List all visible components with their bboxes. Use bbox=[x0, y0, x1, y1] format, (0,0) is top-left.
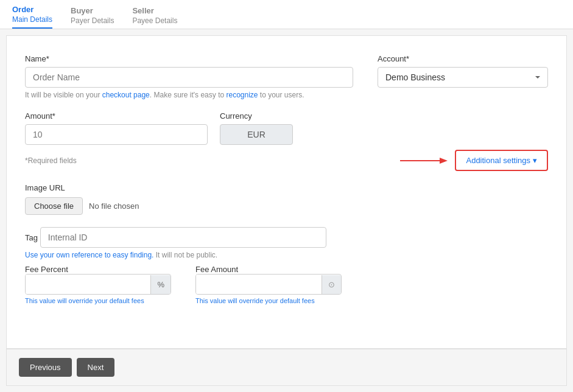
required-note: *Required fields bbox=[25, 156, 77, 165]
fee-amount-input[interactable] bbox=[196, 275, 322, 294]
tab-order-label: Order bbox=[12, 0, 52, 15]
amount-input[interactable] bbox=[25, 124, 208, 145]
tab-buyer-label: Buyer bbox=[71, 1, 114, 16]
account-label: Account* bbox=[378, 54, 548, 63]
chevron-down-icon: ▾ bbox=[533, 156, 537, 165]
main-content: Name* It will be visible on your checkou… bbox=[6, 35, 567, 349]
name-group: Name* It will be visible on your checkou… bbox=[25, 54, 353, 99]
required-fields-row: *Required fields Additional settings ▾ bbox=[25, 150, 548, 171]
fee-percent-input[interactable] bbox=[26, 275, 150, 294]
account-group: Account* Demo Business bbox=[378, 54, 548, 99]
previous-button[interactable]: Previous bbox=[19, 358, 72, 377]
fee-amount-hint-link[interactable]: This value will override your default fe… bbox=[195, 297, 315, 304]
fee-percent-group: Fee Percent % This value will override y… bbox=[25, 264, 171, 304]
currency-label: Currency bbox=[220, 111, 293, 121]
fee-row: Fee Percent % This value will override y… bbox=[25, 264, 548, 304]
fee-amount-suffix: ⊙ bbox=[322, 275, 341, 294]
fee-percent-label: Fee Percent bbox=[25, 265, 68, 274]
bottom-bar: Previous Next bbox=[6, 349, 567, 386]
tag-input[interactable] bbox=[40, 227, 326, 248]
tag-hint-link[interactable]: Use your own reference to easy finding. bbox=[25, 251, 153, 259]
tab-seller[interactable]: Seller Payee Details bbox=[132, 1, 177, 29]
tab-seller-label: Seller bbox=[132, 1, 177, 16]
tab-buyer-sub: Payer Details bbox=[71, 16, 114, 29]
amount-label: Amount* bbox=[25, 111, 208, 121]
amount-group: Amount* bbox=[25, 111, 208, 145]
tab-order[interactable]: Order Main Details bbox=[12, 0, 52, 29]
currency-group: Currency EUR bbox=[220, 111, 293, 145]
image-url-label: Image URL bbox=[25, 183, 548, 192]
additional-settings-container: Additional settings ▾ bbox=[400, 150, 548, 171]
tab-buyer[interactable]: Buyer Payer Details bbox=[71, 1, 114, 29]
fee-percent-hint-link[interactable]: This value will override your default fe… bbox=[25, 297, 144, 304]
recognize-link[interactable]: recognize bbox=[226, 91, 258, 99]
fee-amount-label: Fee Amount bbox=[195, 265, 238, 274]
additional-settings-button[interactable]: Additional settings ▾ bbox=[455, 150, 548, 171]
fee-percent-suffix: % bbox=[150, 275, 170, 294]
svg-marker-1 bbox=[440, 158, 448, 164]
tag-hint: Use your own reference to easy finding. … bbox=[25, 251, 311, 259]
tab-order-sub: Main Details bbox=[12, 15, 52, 29]
choose-file-button[interactable]: Choose file bbox=[25, 197, 83, 215]
name-hint: It will be visible on your checkout page… bbox=[25, 91, 353, 99]
checkout-link[interactable]: checkout page bbox=[102, 91, 150, 99]
fee-percent-input-wrapper: % bbox=[25, 274, 171, 295]
top-tabs: Order Main Details Buyer Payer Details S… bbox=[0, 0, 573, 29]
page-wrapper: Order Main Details Buyer Payer Details S… bbox=[0, 0, 573, 392]
name-account-row: Name* It will be visible on your checkou… bbox=[25, 54, 548, 99]
fee-amount-input-wrapper: ⊙ bbox=[195, 274, 342, 295]
amount-currency-row: Amount* Currency EUR bbox=[25, 111, 548, 145]
fee-amount-hint: This value will override your default fe… bbox=[195, 297, 342, 304]
tag-label: Tag bbox=[25, 233, 38, 242]
image-url-section: Image URL Choose file No file chosen bbox=[25, 183, 548, 215]
tag-group: Tag Use your own reference to easy findi… bbox=[25, 227, 548, 259]
account-select[interactable]: Demo Business bbox=[378, 67, 548, 88]
next-button[interactable]: Next bbox=[77, 358, 115, 377]
tab-seller-sub: Payee Details bbox=[132, 16, 177, 29]
file-input-row: Choose file No file chosen bbox=[25, 197, 548, 215]
red-arrow-icon bbox=[400, 155, 449, 167]
currency-display: EUR bbox=[220, 124, 293, 145]
additional-settings-label: Additional settings bbox=[466, 156, 530, 165]
name-label: Name* bbox=[25, 54, 353, 63]
name-input[interactable] bbox=[25, 67, 353, 88]
fee-amount-group: Fee Amount ⊙ This value will override yo… bbox=[195, 264, 342, 304]
no-file-text: No file chosen bbox=[89, 201, 139, 211]
fee-percent-hint: This value will override your default fe… bbox=[25, 297, 171, 304]
